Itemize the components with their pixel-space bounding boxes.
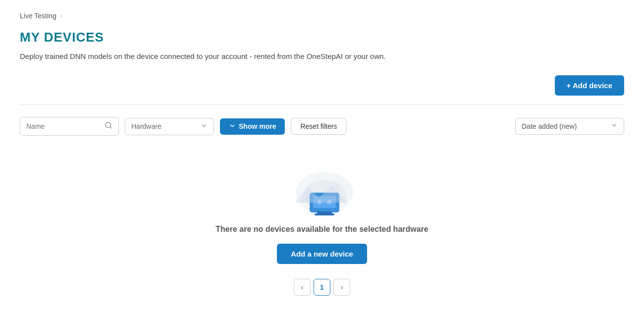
- show-more-button[interactable]: Show more: [220, 118, 285, 135]
- breadcrumb: Live Testing ›: [20, 12, 624, 20]
- page-1-button[interactable]: 1: [314, 279, 330, 296]
- add-device-button[interactable]: + Add device: [555, 75, 624, 96]
- chevron-down-icon: [229, 122, 236, 131]
- hardware-chevron-icon: [201, 122, 208, 131]
- main-content: Live Testing › MY DEVICES Deploy trained…: [0, 0, 644, 316]
- header-actions: + Add device: [20, 75, 624, 96]
- next-page-button[interactable]: ›: [333, 279, 350, 296]
- reset-filters-button[interactable]: Reset filters: [291, 118, 346, 135]
- sort-select[interactable]: Date added (new) Date added (old) Name (…: [522, 122, 618, 130]
- page-description: Deploy trained DNN models on the device …: [20, 52, 624, 60]
- breadcrumb-separator: ›: [60, 12, 62, 19]
- svg-rect-6: [315, 213, 334, 215]
- add-new-device-button[interactable]: Add a new device: [277, 244, 367, 264]
- page-title: MY DEVICES: [20, 30, 624, 45]
- filter-row: Hardware GPU CPU TPU Show more Reset fil…: [20, 117, 624, 136]
- hardware-filter-wrapper: Hardware GPU CPU TPU: [125, 118, 214, 135]
- prev-page-button[interactable]: ‹: [294, 279, 311, 296]
- sort-wrapper: Date added (new) Date added (old) Name (…: [515, 118, 624, 135]
- empty-state-message: There are no devices available for the s…: [215, 225, 429, 234]
- section-divider: [20, 105, 624, 105]
- empty-state: There are no devices available for the s…: [20, 156, 624, 316]
- device-illustration: [292, 165, 352, 215]
- search-icon: [105, 121, 112, 131]
- hardware-select[interactable]: Hardware GPU CPU TPU: [131, 122, 201, 130]
- name-search-input[interactable]: [26, 122, 101, 130]
- show-more-label: Show more: [239, 122, 276, 130]
- breadcrumb-live-testing[interactable]: Live Testing: [20, 12, 56, 20]
- pagination: ‹ 1 ›: [294, 279, 350, 296]
- name-filter-wrapper: [20, 117, 119, 136]
- svg-line-1: [110, 127, 111, 128]
